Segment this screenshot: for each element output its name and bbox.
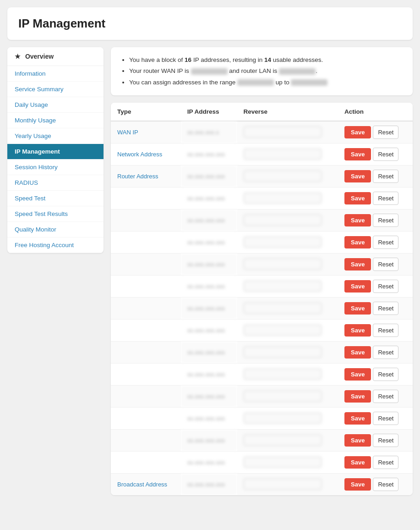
type-cell <box>111 363 181 385</box>
save-button[interactable]: Save <box>344 280 371 293</box>
save-button[interactable]: Save <box>344 148 371 160</box>
reset-button[interactable]: Reset <box>373 434 398 447</box>
reverse-input[interactable] <box>244 325 322 336</box>
reverse-cell[interactable] <box>237 341 338 363</box>
reset-button[interactable]: Reset <box>373 412 398 425</box>
reverse-input[interactable] <box>244 237 322 248</box>
reverse-cell[interactable] <box>237 451 338 473</box>
type-cell <box>111 319 181 341</box>
reverse-cell[interactable] <box>237 121 338 144</box>
type-cell[interactable]: Router Address <box>111 165 181 187</box>
reverse-input[interactable] <box>244 303 322 314</box>
save-button[interactable]: Save <box>344 478 371 491</box>
reverse-input[interactable] <box>244 435 322 446</box>
reverse-cell[interactable] <box>237 209 338 231</box>
sidebar-item-speed-test[interactable]: Speed Test <box>7 191 104 206</box>
type-cell <box>111 275 181 297</box>
reset-button[interactable]: Reset <box>373 302 398 315</box>
reverse-cell[interactable] <box>237 429 338 451</box>
sidebar-item-daily-usage[interactable]: Daily Usage <box>7 97 104 113</box>
reset-button[interactable]: Reset <box>373 456 398 469</box>
reverse-cell[interactable] <box>237 319 338 341</box>
reverse-input[interactable] <box>244 281 322 292</box>
sidebar-item-ip-management[interactable]: IP Management <box>7 144 104 160</box>
reverse-cell[interactable] <box>237 187 338 209</box>
save-button[interactable]: Save <box>344 346 371 359</box>
reverse-cell[interactable] <box>237 275 338 297</box>
reverse-input[interactable] <box>244 479 322 490</box>
reverse-input[interactable] <box>244 369 322 380</box>
reverse-input[interactable] <box>244 149 322 160</box>
reset-button[interactable]: Reset <box>373 390 398 403</box>
save-button[interactable]: Save <box>344 302 371 315</box>
save-button[interactable]: Save <box>344 390 371 403</box>
sidebar-item-quality-monitor[interactable]: Quality Monitor <box>7 222 104 237</box>
save-button[interactable]: Save <box>344 324 371 337</box>
save-button[interactable]: Save <box>344 412 371 425</box>
type-cell <box>111 187 181 209</box>
save-button[interactable]: Save <box>344 214 371 226</box>
save-button[interactable]: Save <box>344 126 371 138</box>
action-cell: SaveReset <box>338 429 413 451</box>
sidebar-item-session-history[interactable]: Session History <box>7 160 104 175</box>
reset-button[interactable]: Reset <box>373 126 398 139</box>
reset-button[interactable]: Reset <box>373 280 398 293</box>
reverse-input[interactable] <box>244 413 322 424</box>
reset-button[interactable]: Reset <box>373 148 398 161</box>
reverse-input[interactable] <box>244 127 322 138</box>
sidebar-item-monthly-usage[interactable]: Monthly Usage <box>7 113 104 128</box>
reverse-cell[interactable] <box>237 363 338 385</box>
table-row: xx.xxx.xxx.xxxSaveReset <box>111 253 413 275</box>
reset-button[interactable]: Reset <box>373 192 398 205</box>
col-ip: IP Address <box>181 103 237 121</box>
sidebar-item-service-summary[interactable]: Service Summary <box>7 82 104 97</box>
save-button[interactable]: Save <box>344 434 371 447</box>
header-card: IP Management <box>7 7 413 40</box>
action-cell: SaveReset <box>338 121 413 144</box>
save-button[interactable]: Save <box>344 170 371 182</box>
table-row: xx.xxx.xxx.xxxSaveReset <box>111 451 413 473</box>
action-cell: SaveReset <box>338 209 413 231</box>
star-icon: ★ <box>15 53 21 60</box>
sidebar-item-free-hosting-account[interactable]: Free Hosting Account <box>7 237 104 253</box>
sidebar-item-information[interactable]: Information <box>7 66 104 82</box>
reverse-input[interactable] <box>244 391 322 402</box>
reset-button[interactable]: Reset <box>373 214 398 227</box>
reverse-cell[interactable] <box>237 407 338 429</box>
reverse-input[interactable] <box>244 347 322 358</box>
ip-cell: xx.xxx.xxx.xxx <box>181 341 237 363</box>
action-cell: SaveReset <box>338 363 413 385</box>
sidebar-item-speed-test-results[interactable]: Speed Test Results <box>7 206 104 222</box>
reset-button[interactable]: Reset <box>373 236 398 249</box>
save-button[interactable]: Save <box>344 368 371 381</box>
reset-button[interactable]: Reset <box>373 368 398 381</box>
type-cell[interactable]: Network Address <box>111 143 181 165</box>
sidebar-item-radius[interactable]: RADIUS <box>7 175 104 191</box>
reset-button[interactable]: Reset <box>373 170 398 183</box>
reverse-cell[interactable] <box>237 143 338 165</box>
type-cell[interactable]: Broadcast Address <box>111 473 181 495</box>
reverse-cell[interactable] <box>237 253 338 275</box>
reverse-input[interactable] <box>244 215 322 226</box>
reverse-cell[interactable] <box>237 231 338 253</box>
page-title: IP Management <box>18 17 402 31</box>
reset-button[interactable]: Reset <box>373 258 398 271</box>
ip-cell: xx.xxx.xxx.xxx <box>181 209 237 231</box>
reverse-cell[interactable] <box>237 473 338 495</box>
reverse-input[interactable] <box>244 193 322 204</box>
reset-button[interactable]: Reset <box>373 324 398 337</box>
reverse-cell[interactable] <box>237 297 338 319</box>
reverse-cell[interactable] <box>237 165 338 187</box>
reverse-input[interactable] <box>244 457 322 468</box>
type-cell[interactable]: WAN IP <box>111 121 181 144</box>
reverse-input[interactable] <box>244 259 322 270</box>
reset-button[interactable]: Reset <box>373 346 398 359</box>
sidebar-item-yearly-usage[interactable]: Yearly Usage <box>7 128 104 144</box>
save-button[interactable]: Save <box>344 236 371 248</box>
save-button[interactable]: Save <box>344 258 371 271</box>
save-button[interactable]: Save <box>344 192 371 204</box>
reset-button[interactable]: Reset <box>373 478 398 491</box>
reverse-cell[interactable] <box>237 385 338 407</box>
save-button[interactable]: Save <box>344 456 371 469</box>
reverse-input[interactable] <box>244 171 322 182</box>
